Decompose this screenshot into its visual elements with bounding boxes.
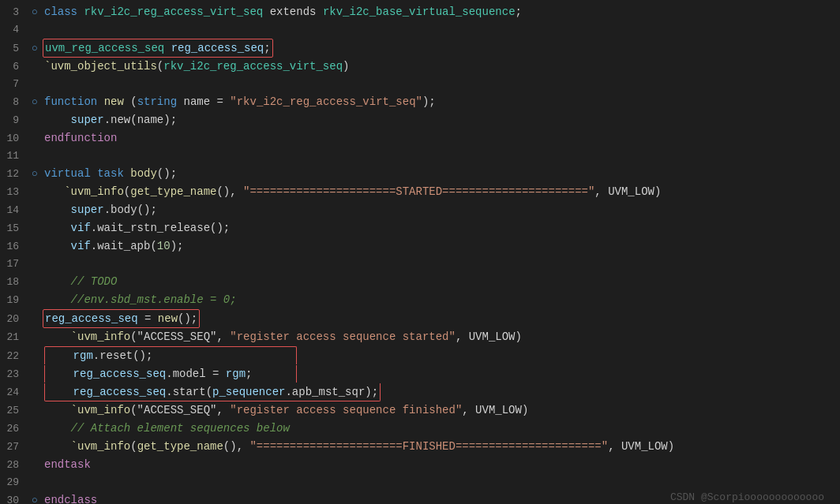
line-content: `uvm_info(get_type_name(), "============…	[41, 438, 840, 455]
line-number: 11	[0, 147, 28, 165]
line-content: // TODO	[41, 273, 840, 290]
token: // Attach element sequences	[44, 422, 257, 435]
table-row: 25 `uvm_info("ACCESS_SEQ", "register acc…	[0, 401, 840, 420]
token: `uvm_info	[44, 185, 124, 198]
token: "register access sequence started"	[230, 330, 456, 343]
table-row: 3○class rkv_i2c_reg_access_virt_seq exte…	[0, 3, 840, 21]
table-row: 7	[0, 76, 840, 93]
line-content: reg_access_seq.start(p_sequencer.apb_mst…	[41, 383, 840, 401]
table-row: 15 vif.wait_rstn_release();	[0, 219, 840, 237]
token: =	[138, 312, 158, 325]
token: (	[124, 95, 137, 108]
line-number: 26	[0, 420, 28, 438]
token: vif	[44, 240, 91, 252]
token: );	[171, 240, 184, 252]
token: .model =	[166, 368, 226, 380]
table-row: 9 super.new(name);	[0, 111, 840, 129]
token	[164, 42, 171, 54]
token: .apb_mst_sqr);	[285, 386, 378, 398]
line-content: function new (string name = "rkv_i2c_reg…	[41, 93, 840, 110]
table-row: 10endfunction	[0, 129, 840, 147]
token: , UVM_LOW)	[456, 330, 522, 343]
line-number: 25	[0, 402, 28, 420]
token: , UVM_LOW)	[462, 404, 528, 416]
token: p_sequencer	[212, 386, 285, 398]
token: reg_access_seq	[47, 368, 166, 380]
table-row: 5○uvm_reg_access_seq reg_access_seq;	[0, 39, 840, 58]
table-row: 24 reg_access_seq.start(p_sequencer.apb_…	[0, 383, 840, 401]
table-row: 20reg_access_seq = new();	[0, 309, 840, 328]
table-row: 8○function new (string name = "rkv_i2c_r…	[0, 93, 840, 111]
line-number: 30	[0, 492, 28, 504]
line-content: uvm_reg_access_seq reg_access_seq;	[41, 39, 840, 58]
line-number: 5	[0, 40, 28, 58]
line-content: virtual task body();	[41, 165, 840, 182]
table-row: 4	[0, 21, 840, 39]
table-row: 12○virtual task body();	[0, 165, 840, 183]
token: vif	[44, 222, 91, 234]
line-marker: ○	[28, 40, 41, 58]
table-row: 6`uvm_object_utils(rkv_i2c_reg_access_vi…	[0, 58, 840, 76]
token: rkv_i2c_reg_access_virt_seq	[163, 60, 343, 73]
line-number: 4	[0, 21, 28, 39]
line-number: 27	[0, 439, 28, 456]
line-number: 29	[0, 474, 28, 491]
token: new	[104, 95, 124, 108]
token: string	[137, 95, 177, 108]
token: class	[44, 6, 84, 18]
token: (),	[223, 440, 250, 453]
line-number: 16	[0, 238, 28, 256]
token: )	[343, 60, 349, 73]
token: super	[44, 114, 104, 126]
line-marker: ○	[28, 94, 41, 111]
line-number: 6	[0, 58, 28, 76]
token: reg_access_seq	[45, 312, 138, 325]
token: (	[157, 60, 163, 73]
token: rgm	[47, 349, 93, 362]
line-number: 10	[0, 130, 28, 147]
token: new	[158, 312, 178, 325]
token: get_type_name	[130, 185, 216, 198]
token: ();	[178, 312, 197, 325]
token: "rkv_i2c_reg_access_virt_seq"	[230, 95, 422, 108]
token: endclass	[44, 494, 97, 504]
token: // TODO	[44, 275, 117, 288]
line-number: 9	[0, 112, 28, 129]
line-content: super.new(name);	[41, 111, 840, 129]
line-content: endfunction	[41, 129, 840, 147]
token: , UVM_LOW)	[608, 440, 674, 453]
token: //env.sbd_mst.enable = 0;	[44, 293, 237, 306]
table-row: 13 `uvm_info(get_type_name(), "=========…	[0, 183, 840, 201]
token: "======================STARTED==========…	[243, 185, 594, 198]
token: .wait_apb(	[91, 240, 157, 252]
token: ("ACCESS_SEQ",	[130, 330, 230, 343]
line-number: 7	[0, 76, 28, 93]
line-content: endtask	[41, 456, 840, 473]
token: function	[44, 95, 104, 108]
token: ("ACCESS_SEQ",	[130, 404, 230, 416]
line-content: `uvm_object_utils(rkv_i2c_reg_access_vir…	[41, 58, 840, 75]
token: uvm_reg_access_seq	[45, 42, 164, 54]
token: extends	[263, 6, 323, 18]
table-row: 21 `uvm_info("ACCESS_SEQ", "register acc…	[0, 328, 840, 346]
token: "======================FINISHED=========…	[249, 440, 608, 453]
line-number: 21	[0, 329, 28, 346]
line-marker: ○	[28, 492, 41, 504]
token: `uvm_info	[44, 440, 130, 453]
table-row: 16 vif.wait_apb(10);	[0, 237, 840, 256]
table-row: 18 // TODO	[0, 273, 840, 291]
table-row: 22 rgm.reset();	[0, 346, 840, 365]
watermark: CSDN @Scorpiooooooooooooo	[670, 491, 824, 503]
table-row: 17	[0, 256, 840, 273]
token: );	[422, 95, 436, 108]
line-content: `uvm_info("ACCESS_SEQ", "register access…	[41, 328, 840, 345]
token: , UVM_LOW)	[594, 185, 661, 198]
line-number: 20	[0, 311, 28, 328]
line-number: 19	[0, 292, 28, 309]
token: ();	[157, 167, 177, 180]
token: rkv_i2c_base_virtual_sequence	[323, 6, 516, 18]
token: body	[130, 167, 157, 180]
line-content: // Attach element sequences below	[41, 420, 840, 437]
token: rgm	[226, 368, 246, 380]
token: "register access sequence finished"	[230, 404, 462, 416]
